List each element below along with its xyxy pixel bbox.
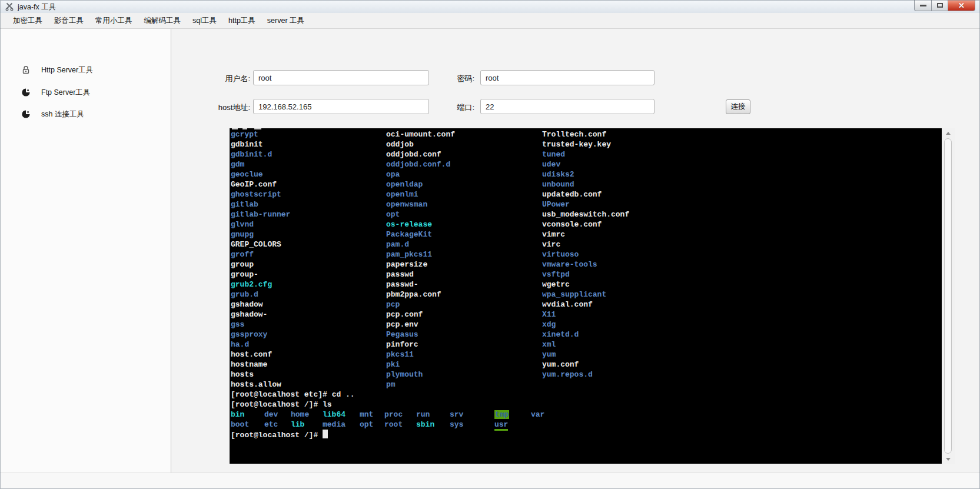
- sidebar-item-label: ssh 连接工具: [41, 109, 84, 119]
- terminal-line: [root@localhost /]# ls: [231, 400, 629, 410]
- maximize-icon: [937, 3, 943, 8]
- password-input[interactable]: [480, 70, 655, 85]
- terminal-line: [root@localhost /]#: [231, 430, 629, 440]
- terminal-line: hosts.allowpm: [231, 380, 629, 390]
- terminal-line: bindevhomelib64mntprocrunsrvtmpvar: [231, 410, 629, 420]
- menu-sql-tools[interactable]: sql工具: [191, 14, 218, 28]
- chevron-up-icon: [946, 132, 951, 135]
- host-input[interactable]: [253, 99, 429, 114]
- terminal-line: gitlab-runneroptusb_modeswitch.conf: [231, 209, 629, 219]
- port-input[interactable]: [480, 99, 655, 114]
- username-label: 用户名:: [203, 74, 250, 84]
- sidebar-item-http-server[interactable]: Http Server工具: [0, 63, 171, 77]
- sidebar-item-label: Http Server工具: [41, 65, 93, 75]
- sidebar-item-ssh-connect[interactable]: ssh 连接工具: [0, 107, 171, 121]
- terminal-line: [root@localhost etc]# cd ..: [231, 390, 629, 400]
- terminal-line: gitlabopenwsmanUPower: [231, 199, 629, 209]
- chevron-down-icon: [946, 458, 951, 461]
- username-input[interactable]: [253, 70, 429, 85]
- password-label: 密码:: [438, 74, 474, 84]
- terminal-line: geoclueopaudisks2: [231, 169, 629, 179]
- sidebar: Http Server工具 Ftp Server工具 ssh 连接工具: [0, 29, 171, 489]
- terminal-line: grub2.cfgpasswd-wgetrc: [231, 280, 629, 290]
- menu-http-tools[interactable]: http工具: [227, 14, 257, 28]
- terminal-line: gdbinitoddjobtrusted-key.key: [231, 139, 629, 149]
- minimize-icon: [920, 5, 926, 6]
- terminal-line: GeoIP.confopenldapunbound: [231, 179, 629, 189]
- window-title: java-fx 工具: [18, 2, 56, 12]
- terminal-scrollbar: [942, 128, 955, 464]
- sidebar-item-ftp-server[interactable]: Ftp Server工具: [0, 85, 171, 99]
- sidebar-item-label: Ftp Server工具: [41, 88, 90, 98]
- ssh-terminal[interactable]: gcryptoci-umount.confTrolltech.confgdbin…: [230, 128, 942, 464]
- terminal-line: ghostscriptopenlmiupdatedb.conf: [231, 189, 629, 199]
- app-tools-icon: [5, 2, 14, 11]
- scrollbar-thumb[interactable]: [944, 138, 952, 454]
- terminal-line: groffpam_pkcs11virtuoso: [231, 250, 629, 260]
- terminal-line: grouppapersizevmware-tools: [231, 260, 629, 270]
- terminal-line: ha.dpinforcxml: [231, 340, 629, 350]
- terminal-line: gsspcp.envxdg: [231, 320, 629, 330]
- menu-encrypt-tools[interactable]: 加密工具: [12, 14, 44, 28]
- terminal-line: GREP_COLORSpam.dvirc: [231, 239, 629, 250]
- window-controls: ✕: [914, 0, 975, 11]
- connect-button[interactable]: 连接: [726, 99, 750, 114]
- terminal-cursor: [323, 430, 328, 438]
- port-label: 端口:: [438, 102, 474, 113]
- terminal-line: glvndos-releasevconsole.conf: [231, 219, 629, 229]
- close-icon: ✕: [958, 2, 965, 9]
- title-bar: java-fx 工具 ✕: [0, 0, 980, 14]
- terminal-line: bootetclibmediaoptrootsbinsysusr: [231, 420, 629, 430]
- terminal-line: hostnamepkiyum.conf: [231, 360, 629, 370]
- menu-codec-tools[interactable]: 编解码工具: [143, 14, 182, 28]
- terminal-line: host.confpkcs11yum: [231, 350, 629, 360]
- minimize-button[interactable]: [914, 0, 932, 11]
- terminal-line: gdmoddjobd.conf.dudev: [231, 159, 629, 169]
- window-bottom-strip: [0, 473, 980, 489]
- menu-bar: 加密工具 影音工具 常用小工具 编解码工具 sql工具 http工具 serve…: [0, 13, 980, 29]
- menu-media-tools[interactable]: 影音工具: [53, 14, 85, 28]
- terminal-line: gcryptoci-umount.confTrolltech.conf: [231, 129, 629, 139]
- host-label: host地址:: [200, 102, 250, 113]
- terminal-content: gcryptoci-umount.confTrolltech.confgdbin…: [231, 129, 629, 440]
- terminal-line: group-passwdvsftpd: [231, 270, 629, 280]
- terminal-line: gdbinit.doddjobd.conftuned: [231, 149, 629, 159]
- scroll-down-button[interactable]: [942, 454, 955, 464]
- globe-icon: [21, 109, 31, 119]
- terminal-line: gshadow-pcp.confX11: [231, 310, 629, 320]
- terminal-line: grub.dpbm2ppa.confwpa_supplicant: [231, 290, 629, 300]
- terminal-line: gshadowpcpwvdial.conf: [231, 300, 629, 310]
- terminal-line: gssproxyPegasusxinetd.d: [231, 330, 629, 340]
- scroll-up-button[interactable]: [942, 128, 955, 138]
- menu-common-tools[interactable]: 常用小工具: [94, 14, 134, 28]
- menu-server-tools[interactable]: server 工具: [266, 14, 305, 28]
- globe-icon: [21, 88, 31, 97]
- close-button[interactable]: ✕: [948, 0, 975, 11]
- maximize-button[interactable]: [932, 0, 948, 11]
- app-window: { "window": { "title": "java-fx 工具", "co…: [0, 0, 980, 489]
- terminal-line: gnupgPackageKitvimrc: [231, 229, 629, 239]
- terminal-line: hostsplymouthyum.repos.d: [231, 370, 629, 380]
- lock-icon: [21, 65, 31, 75]
